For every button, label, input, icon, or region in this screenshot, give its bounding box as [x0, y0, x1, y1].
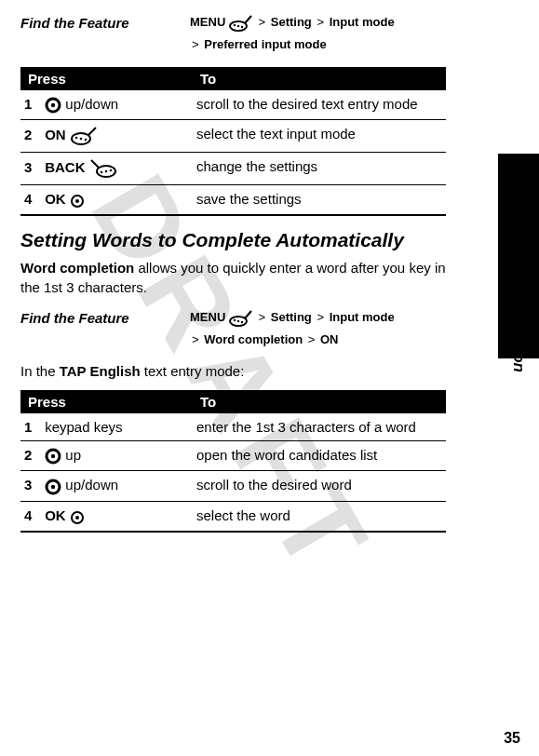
press-text: up/down	[65, 477, 118, 493]
svg-point-19	[241, 321, 243, 323]
svg-point-1	[234, 24, 236, 26]
find-feature-label: Find the Feature	[20, 11, 190, 31]
to-text: select the text input mode	[193, 120, 446, 153]
press-text: OK	[45, 191, 66, 207]
svg-point-5	[51, 103, 55, 107]
step-number: 2	[24, 447, 41, 463]
table-row: 3 BACK change the settings	[20, 153, 446, 185]
step-number: 4	[24, 507, 41, 523]
col-press: Press	[20, 67, 193, 90]
table-row: 4 OK select the word	[20, 501, 446, 532]
center-key-icon	[70, 192, 85, 209]
soft-right-icon	[89, 158, 117, 179]
table-row: 2 up open the word candidates list	[20, 440, 446, 471]
svg-point-15	[75, 199, 79, 203]
section-heading: Setting Words to Complete Automatically	[20, 229, 446, 251]
svg-point-3	[241, 26, 243, 28]
step-number: 1	[24, 419, 41, 435]
to-text: scroll to the desired word	[193, 471, 446, 502]
menu-label: MENU	[190, 15, 225, 29]
svg-point-25	[75, 516, 79, 520]
steps-table-2: Press To 1 keypad keys enter the 1st 3 c…	[20, 390, 446, 533]
steps-table-1: Press To 1 up/down scroll to the desired…	[20, 67, 446, 217]
press-text: keypad keys	[45, 419, 122, 435]
find-feature-1: Find the Feature MENU > Setting > Input …	[20, 11, 446, 56]
path-input-mode: Input mode	[330, 15, 395, 29]
table-row: 1 up/down scroll to the desired text ent…	[20, 90, 446, 120]
svg-point-9	[85, 139, 88, 142]
to-text: open the word candidates list	[193, 440, 446, 471]
to-text: save the settings	[193, 185, 446, 216]
svg-point-2	[237, 25, 239, 27]
press-text: up/down	[65, 96, 118, 112]
page-number: 35	[504, 730, 520, 747]
find-feature-2: Find the Feature MENU > Setting > Input …	[20, 306, 446, 351]
svg-point-18	[237, 320, 239, 322]
svg-point-7	[75, 137, 78, 140]
press-text: ON	[45, 127, 66, 142]
find-feature-label: Find the Feature	[20, 306, 190, 326]
col-press: Press	[20, 390, 193, 413]
step-number: 1	[24, 96, 41, 112]
svg-point-8	[80, 138, 83, 141]
svg-point-11	[100, 171, 102, 174]
soft-left-icon	[229, 307, 253, 330]
path-input-mode: Input mode	[330, 310, 395, 324]
path-word-completion: Word completion	[204, 332, 303, 346]
center-key-icon	[70, 508, 85, 525]
step-number: 3	[24, 159, 41, 175]
svg-point-17	[234, 319, 236, 321]
to-text: change the settings	[193, 153, 446, 185]
svg-point-13	[109, 169, 112, 172]
step-number: 3	[24, 477, 41, 493]
table-row: 2 ON select the text input mode	[20, 120, 446, 153]
word-completion-term: Word completion	[20, 260, 134, 276]
col-to: To	[193, 67, 446, 90]
press-text: up	[65, 447, 81, 463]
table-row: 1 keypad keys enter the 1st 3 characters…	[20, 413, 446, 441]
dpad-icon	[45, 96, 61, 114]
paragraph-word-completion: Word completion allows you to quickly en…	[20, 259, 446, 297]
dpad-icon	[45, 478, 61, 495]
col-to: To	[193, 390, 446, 413]
step-number: 2	[24, 127, 41, 142]
soft-left-icon	[70, 126, 98, 146]
step-number: 4	[24, 191, 41, 207]
menu-path-1: MENU > Setting > Input mode > Preferred …	[190, 11, 395, 56]
to-text: enter the 1st 3 characters of a word	[193, 413, 446, 441]
press-text: OK	[45, 507, 66, 523]
dpad-icon	[45, 447, 61, 465]
path-setting: Setting	[271, 15, 312, 29]
svg-point-23	[51, 485, 55, 489]
tap-english-term: TAP English	[60, 363, 141, 379]
press-text: BACK	[45, 159, 85, 175]
svg-point-21	[51, 454, 55, 458]
paragraph-text: In the	[20, 363, 60, 379]
path-preferred-input-mode: Preferred input mode	[204, 37, 326, 51]
side-tab-label: Basic Operation	[509, 251, 528, 372]
path-on: ON	[320, 332, 339, 346]
table-row: 4 OK save the settings	[20, 185, 446, 216]
to-text: select the word	[193, 501, 446, 532]
paragraph-text: text entry mode:	[141, 363, 245, 379]
menu-path-2: MENU > Setting > Input mode > Word compl…	[190, 306, 395, 351]
menu-label: MENU	[190, 310, 225, 324]
paragraph-tap-english: In the TAP English text entry mode:	[20, 362, 446, 381]
svg-point-12	[104, 170, 107, 173]
soft-left-icon	[229, 12, 253, 34]
table-row: 3 up/down scroll to the desired word	[20, 471, 446, 502]
to-text: scroll to the desired text entry mode	[193, 90, 446, 120]
path-setting: Setting	[271, 310, 312, 324]
